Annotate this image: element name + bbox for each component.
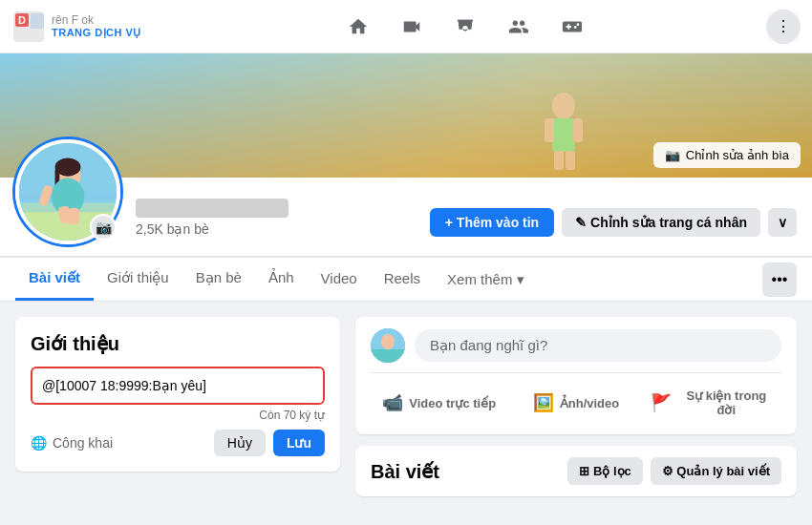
svg-point-22 <box>381 334 395 349</box>
profile-more-button[interactable]: ∨ <box>768 208 797 237</box>
brand-name: rên F ok <box>52 13 141 27</box>
svg-rect-23 <box>371 349 405 363</box>
nav-people-button[interactable] <box>496 8 542 46</box>
tab-video[interactable]: Video <box>308 259 371 301</box>
gioi-thieu-title: Giới thiệu <box>31 332 325 355</box>
svg-rect-20 <box>67 207 79 224</box>
life-event-button[interactable]: 🚩 Sự kiện trong đời <box>645 383 781 423</box>
camera-icon: 📷 <box>96 220 112 235</box>
cancel-button[interactable]: Hủy <box>214 430 266 456</box>
left-column: Giới thiệu @[10007 18:9999:Bạn yêu] Còn … <box>15 317 340 489</box>
nav-center <box>164 8 766 46</box>
photo-video-icon: 🖼️ <box>533 392 554 413</box>
chars-remaining: Còn 70 ký tự <box>31 409 325 422</box>
profile-actions: + Thêm vào tin ✎ Chỉnh sửa trang cá nhân… <box>430 208 797 244</box>
svg-rect-9 <box>554 151 564 170</box>
nav-right: ⋮ <box>766 10 801 44</box>
friends-count: 2,5K bạn bè <box>136 221 430 237</box>
privacy-actions: Hủy Lưu <box>214 430 325 456</box>
bio-input[interactable]: @[10007 18:9999:Bạn yêu] <box>31 367 325 405</box>
profile-tabs: Bài viết Giới thiệu Bạn bè Ảnh Video Ree… <box>0 257 812 302</box>
cover-person-figure <box>535 92 592 178</box>
top-nav: D rên F ok TRANG DỊCH VỤ ⋮ <box>0 0 812 53</box>
live-video-button[interactable]: 📹 Video trực tiếp <box>371 383 507 423</box>
tab-more[interactable]: Xem thêm ▾ <box>434 260 538 300</box>
svg-rect-8 <box>573 118 583 142</box>
post-input-fake[interactable]: Bạn đang nghĩ gì? <box>415 329 781 362</box>
avatar-camera-button[interactable]: 📷 <box>90 214 117 241</box>
life-event-icon: 🚩 <box>651 392 672 413</box>
svg-rect-10 <box>566 151 575 170</box>
create-post-card: Bạn đang nghĩ gì? 📹 Video trực tiếp 🖼️ Ả… <box>355 317 797 434</box>
service-label: TRANG DỊCH VỤ <box>52 27 141 39</box>
svg-text:D: D <box>18 14 26 26</box>
life-event-label: Sự kiện trong đời <box>677 388 776 417</box>
mini-avatar <box>371 328 405 363</box>
photo-video-button[interactable]: 🖼️ Ảnh/video <box>507 383 644 423</box>
filter-button[interactable]: ⊞ Bộ lọc <box>567 457 642 485</box>
privacy-text: Công khai <box>53 435 113 451</box>
profile-name-blur <box>136 199 288 218</box>
avatar-wrapper: 📷 <box>15 139 120 244</box>
nav-more-button[interactable]: ⋮ <box>766 10 801 44</box>
photo-video-label: Ảnh/video <box>560 396 619 410</box>
svg-point-5 <box>552 93 575 119</box>
tab-reels[interactable]: Reels <box>371 259 434 301</box>
edit-cover-button[interactable]: 📷 Chỉnh sửa ảnh bìa <box>653 142 801 168</box>
nav-brand: D rên F ok TRANG DỊCH VỤ <box>11 10 164 44</box>
nav-video-button[interactable] <box>389 8 435 46</box>
tab-dots-button[interactable]: ••• <box>762 262 797 297</box>
tab-ban-be[interactable]: Bạn bè <box>182 258 255 301</box>
gioi-thieu-card: Giới thiệu @[10007 18:9999:Bạn yêu] Còn … <box>15 317 340 472</box>
globe-icon: 🌐 <box>31 435 47 451</box>
mini-avatar-image <box>371 328 405 363</box>
bai-viet-card: Bài viết ⊞ Bộ lọc ⚙ Quản lý bài viết <box>355 446 797 496</box>
edit-profile-button[interactable]: ✎ Chỉnh sửa trang cá nhân <box>562 208 760 237</box>
bai-viet-actions: ⊞ Bộ lọc ⚙ Quản lý bài viết <box>567 457 781 485</box>
create-post-actions: 📹 Video trực tiếp 🖼️ Ảnh/video 🚩 Sự kiện… <box>371 372 781 423</box>
camera-icon: 📷 <box>665 148 680 162</box>
svg-rect-7 <box>545 118 554 142</box>
profile-section: 📷 2,5K bạn bè + Thêm vào tin ✎ Chỉnh sửa… <box>0 178 812 257</box>
profile-top-row: 📷 2,5K bạn bè + Thêm vào tin ✎ Chỉnh sửa… <box>15 178 797 244</box>
bio-text: @[10007 18:9999:Bạn yêu] <box>42 378 206 393</box>
save-button[interactable]: Lưu <box>273 430 325 456</box>
nav-store-button[interactable] <box>442 8 488 46</box>
live-video-icon: 📹 <box>382 392 403 413</box>
cover-edit-label: Chỉnh sửa ảnh bìa <box>686 148 789 162</box>
privacy-label: 🌐 Công khai <box>31 435 113 451</box>
tab-bai-viet[interactable]: Bài viết <box>15 258 94 301</box>
svg-rect-6 <box>552 118 575 152</box>
facebook-logo-icon: D <box>11 10 46 44</box>
live-video-label: Video trực tiếp <box>409 396 496 410</box>
main-content: Giới thiệu @[10007 18:9999:Bạn yêu] Còn … <box>0 302 812 504</box>
nav-gaming-button[interactable] <box>549 8 595 46</box>
tab-gioi-thieu[interactable]: Giới thiệu <box>94 258 182 301</box>
privacy-row: 🌐 Công khai Hủy Lưu <box>31 430 325 456</box>
profile-info: 2,5K bạn bè <box>136 199 430 244</box>
bai-viet-title: Bài viết <box>371 460 439 483</box>
add-to-story-button[interactable]: + Thêm vào tin <box>430 208 554 237</box>
svg-rect-4 <box>458 19 474 21</box>
manage-posts-button[interactable]: ⚙ Quản lý bài viết <box>651 457 781 485</box>
create-post-top: Bạn đang nghĩ gì? <box>371 328 781 363</box>
nav-home-button[interactable] <box>335 8 381 46</box>
cover-photo: 📷 Chỉnh sửa ảnh bìa <box>0 53 812 178</box>
right-column: Bạn đang nghĩ gì? 📹 Video trực tiếp 🖼️ Ả… <box>355 317 797 489</box>
tab-anh[interactable]: Ảnh <box>255 258 308 301</box>
